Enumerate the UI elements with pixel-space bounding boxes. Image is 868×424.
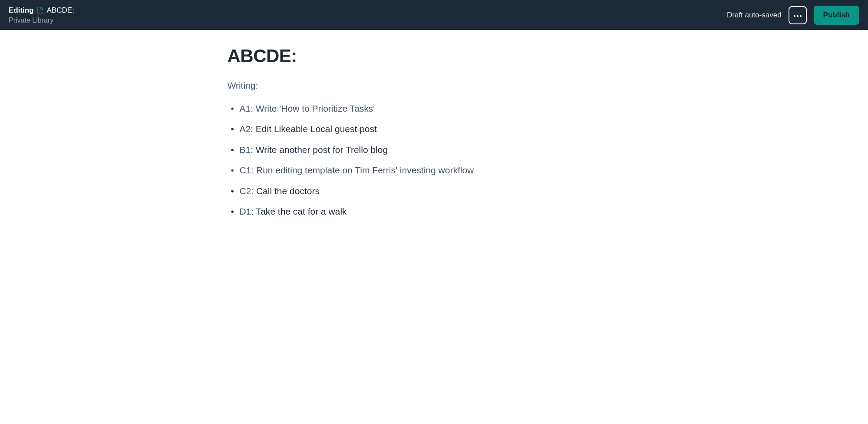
task-prefix: C1: bbox=[240, 165, 254, 175]
autosave-status: Draft auto-saved bbox=[727, 11, 782, 20]
task-text: Call the doctors bbox=[254, 186, 320, 196]
task-text: Edit Likeable Local guest post bbox=[253, 124, 377, 134]
page-title[interactable]: ABCDE: bbox=[228, 46, 643, 66]
task-prefix: C2: bbox=[240, 186, 254, 196]
header-doc-title: ABCDE: bbox=[47, 6, 74, 15]
list-item[interactable]: C2: Call the doctors bbox=[240, 185, 643, 197]
header-right: Draft auto-saved Publish bbox=[727, 6, 859, 25]
more-options-button[interactable] bbox=[789, 6, 807, 24]
header-left: Editing ABCDE: Private Library bbox=[9, 6, 74, 24]
task-prefix: A1: bbox=[240, 103, 254, 113]
publish-button[interactable]: Publish bbox=[814, 6, 859, 25]
task-text: Take the cat for a walk bbox=[254, 206, 347, 216]
task-text: Write 'How to Prioritize Tasks' bbox=[253, 103, 375, 113]
list-item[interactable]: A1: Write 'How to Prioritize Tasks' bbox=[240, 102, 643, 115]
svg-point-0 bbox=[794, 15, 795, 17]
list-item[interactable]: D1: Take the cat for a walk bbox=[240, 205, 643, 218]
list-item[interactable]: A2: Edit Likeable Local guest post bbox=[240, 123, 643, 135]
task-text: Write another post for Trello blog bbox=[253, 145, 388, 155]
svg-point-1 bbox=[797, 15, 799, 17]
section-label[interactable]: Writing: bbox=[228, 80, 643, 91]
more-horizontal-icon bbox=[793, 12, 802, 18]
svg-point-2 bbox=[800, 15, 802, 17]
task-prefix: A2: bbox=[240, 124, 254, 134]
task-list[interactable]: A1: Write 'How to Prioritize Tasks'A2: E… bbox=[228, 102, 643, 218]
task-text: Run editing template on Tim Ferris' inve… bbox=[254, 165, 474, 175]
app-header: Editing ABCDE: Private Library Draft aut… bbox=[0, 0, 868, 30]
editor-content[interactable]: ABCDE: Writing: A1: Write 'How to Priori… bbox=[226, 30, 643, 241]
document-icon bbox=[37, 7, 43, 14]
task-prefix: B1: bbox=[240, 145, 254, 155]
task-prefix: D1: bbox=[240, 206, 254, 216]
list-item[interactable]: C1: Run editing template on Tim Ferris' … bbox=[240, 164, 643, 176]
list-item[interactable]: B1: Write another post for Trello blog bbox=[240, 143, 643, 156]
editing-label: Editing bbox=[9, 6, 34, 15]
breadcrumb: Editing ABCDE: bbox=[9, 6, 74, 15]
library-label[interactable]: Private Library bbox=[9, 17, 74, 24]
